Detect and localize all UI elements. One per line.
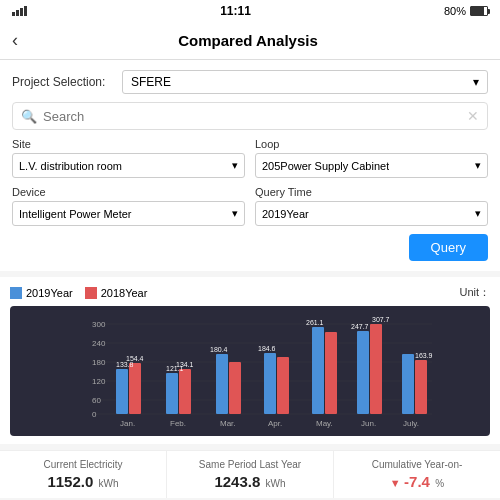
last-year-label: Same Period Last Year <box>173 459 327 470</box>
svg-text:Jun.: Jun. <box>361 419 376 428</box>
device-select[interactable]: Intelligent Power Meter ▾ <box>12 201 245 226</box>
chart-card: 2019Year 2018Year Unit： 300 240 180 <box>0 277 500 444</box>
back-button[interactable]: ‹ <box>12 30 18 51</box>
svg-rect-18 <box>179 369 191 414</box>
svg-rect-23 <box>229 362 241 414</box>
last-year-value: 1243.8 <box>214 473 260 490</box>
site-loop-row: Site L.V. distribution room ▾ Loop 205Po… <box>12 138 488 178</box>
battery-percent: 80% <box>444 5 466 17</box>
chart-legend: 2019Year 2018Year Unit： <box>10 285 490 300</box>
status-bar: 11:11 80% <box>0 0 500 22</box>
legend-2019-dot <box>10 287 22 299</box>
current-electricity-value: 1152.0 <box>47 473 93 490</box>
querytime-label: Query Time <box>255 186 488 198</box>
main-content: Project Selection: SFERE ▾ 🔍 ✕ Site L.V.… <box>0 60 500 500</box>
svg-rect-12 <box>116 369 128 414</box>
querytime-value: 2019Year <box>262 208 309 220</box>
chart-unit-label: Unit： <box>459 285 490 300</box>
form-card: Project Selection: SFERE ▾ 🔍 ✕ Site L.V.… <box>0 60 500 271</box>
svg-text:307.7: 307.7 <box>372 316 390 323</box>
svg-rect-35 <box>370 324 382 414</box>
loop-select[interactable]: 205Power Supply Cabinet ▾ <box>255 153 488 178</box>
site-label: Site <box>12 138 245 150</box>
battery-icon <box>470 6 488 16</box>
legend-2018-dot <box>85 287 97 299</box>
status-right-area: 80% <box>444 5 488 17</box>
svg-rect-40 <box>415 360 427 414</box>
search-box: 🔍 ✕ <box>12 102 488 130</box>
svg-text:180: 180 <box>92 358 106 367</box>
bar-chart: 300 240 180 120 60 0 133.8 154.4 Jan. 12… <box>10 306 490 436</box>
loop-dropdown-icon: ▾ <box>475 159 481 172</box>
current-electricity-value-row: 1152.0 kWh <box>6 473 160 490</box>
site-select[interactable]: L.V. distribution room ▾ <box>12 153 245 178</box>
current-electricity-label: Current Electricity <box>6 459 160 470</box>
query-button[interactable]: Query <box>409 234 488 261</box>
project-label: Project Selection: <box>12 75 122 89</box>
svg-rect-17 <box>166 373 178 414</box>
svg-rect-39 <box>402 354 414 414</box>
site-group: Site L.V. distribution room ▾ <box>12 138 245 178</box>
svg-text:163.9: 163.9 <box>415 352 433 359</box>
svg-text:180.4: 180.4 <box>210 346 228 353</box>
svg-text:261.1: 261.1 <box>306 319 324 326</box>
search-input[interactable] <box>43 109 467 124</box>
legend-2019-label: 2019Year <box>26 287 73 299</box>
svg-rect-30 <box>312 327 324 414</box>
site-value: L.V. distribution room <box>19 160 122 172</box>
bar-chart-svg: 300 240 180 120 60 0 133.8 154.4 Jan. 12… <box>40 314 484 432</box>
header: ‹ Compared Analysis <box>0 22 500 60</box>
cumulative-value: -7.4 <box>404 473 430 490</box>
status-time: 11:11 <box>220 4 251 18</box>
search-icon: 🔍 <box>21 109 37 124</box>
last-year-unit: kWh <box>266 478 286 489</box>
stats-row: Current Electricity 1152.0 kWh Same Peri… <box>0 450 500 498</box>
device-value: Intelligent Power Meter <box>19 208 132 220</box>
svg-text:Jan.: Jan. <box>120 419 135 428</box>
svg-text:60: 60 <box>92 396 101 405</box>
svg-text:134.1: 134.1 <box>176 361 194 368</box>
project-value: SFERE <box>131 75 171 89</box>
cumulative-stat: Cumulative Year-on- ▼ -7.4 % <box>334 451 500 498</box>
svg-rect-31 <box>325 332 337 414</box>
project-dropdown-icon: ▾ <box>473 75 479 89</box>
device-label: Device <box>12 186 245 198</box>
svg-text:133.8: 133.8 <box>116 361 134 368</box>
device-querytime-row: Device Intelligent Power Meter ▾ Query T… <box>12 186 488 226</box>
current-electricity-stat: Current Electricity 1152.0 kWh <box>0 451 167 498</box>
legend-2019: 2019Year <box>10 287 73 299</box>
svg-text:May.: May. <box>316 419 333 428</box>
last-year-value-row: 1243.8 kWh <box>173 473 327 490</box>
svg-text:0: 0 <box>92 410 97 419</box>
loop-label: Loop <box>255 138 488 150</box>
querytime-dropdown-icon: ▾ <box>475 207 481 220</box>
cumulative-unit: % <box>435 478 444 489</box>
svg-text:Mar.: Mar. <box>220 419 236 428</box>
last-year-stat: Same Period Last Year 1243.8 kWh <box>167 451 334 498</box>
svg-text:184.6: 184.6 <box>258 345 276 352</box>
svg-text:120: 120 <box>92 377 106 386</box>
svg-text:154.4: 154.4 <box>126 355 144 362</box>
query-btn-row: Query <box>12 234 488 261</box>
svg-text:Apr.: Apr. <box>268 419 282 428</box>
svg-rect-26 <box>264 353 276 414</box>
svg-text:247.7: 247.7 <box>351 323 369 330</box>
loop-value: 205Power Supply Cabinet <box>262 160 389 172</box>
project-row: Project Selection: SFERE ▾ <box>12 70 488 94</box>
svg-rect-27 <box>277 357 289 414</box>
search-clear-icon[interactable]: ✕ <box>467 108 479 124</box>
current-electricity-unit: kWh <box>99 478 119 489</box>
signal-icon <box>12 6 27 16</box>
cumulative-label: Cumulative Year-on- <box>340 459 494 470</box>
project-select[interactable]: SFERE ▾ <box>122 70 488 94</box>
svg-rect-13 <box>129 363 141 414</box>
querytime-select[interactable]: 2019Year ▾ <box>255 201 488 226</box>
legend-2018: 2018Year <box>85 287 148 299</box>
legend-2018-label: 2018Year <box>101 287 148 299</box>
svg-rect-34 <box>357 331 369 414</box>
cumulative-value-row: ▼ -7.4 % <box>340 473 494 490</box>
device-group: Device Intelligent Power Meter ▾ <box>12 186 245 226</box>
site-dropdown-icon: ▾ <box>232 159 238 172</box>
svg-text:Feb.: Feb. <box>170 419 186 428</box>
querytime-group: Query Time 2019Year ▾ <box>255 186 488 226</box>
